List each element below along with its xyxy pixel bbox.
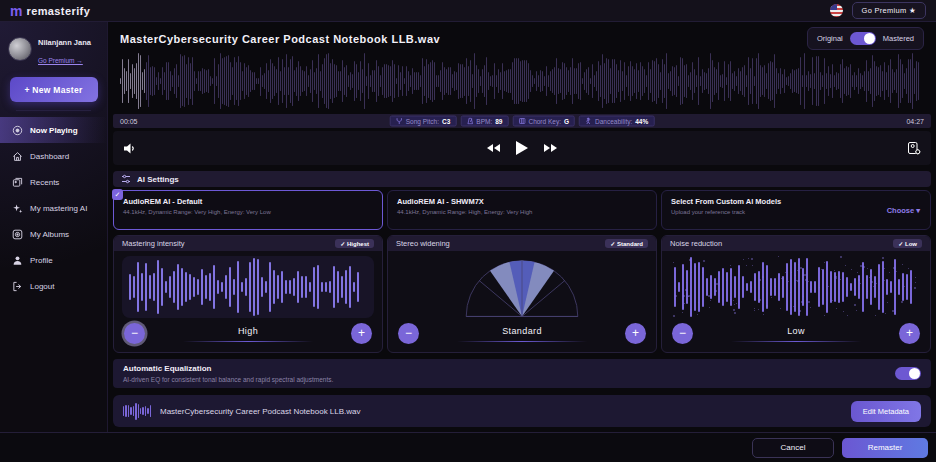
custom-model-name: Select From Custom AI Models <box>671 197 921 206</box>
file-row: MasterCybersecurity Career Podcast Noteb… <box>113 395 931 427</box>
model-checkbox[interactable]: ✓ <box>112 189 123 200</box>
user-name: Nilanjann Jana <box>38 38 91 47</box>
play-icon <box>516 141 528 155</box>
sidebar-item-label: Recents <box>30 178 59 187</box>
forward-button[interactable] <box>544 144 557 152</box>
dancer-icon <box>585 118 592 125</box>
output-settings-button[interactable] <box>907 141 921 155</box>
original-mastered-toggle[interactable]: Original Mastered <box>807 27 924 50</box>
waveform-display[interactable] <box>120 52 924 110</box>
bpm-badge: BPM:89 <box>460 116 508 127</box>
elapsed-time: 00:05 <box>120 118 138 125</box>
sidebar-item-label: Profile <box>30 256 53 265</box>
badge-label: Song Pitch: <box>406 118 439 125</box>
badge-label: BPM: <box>476 118 492 125</box>
choose-model-button[interactable]: Choose ▾ <box>887 206 920 215</box>
us-flag-icon[interactable] <box>830 4 843 17</box>
sidebar-item-dashboard[interactable]: Dashboard <box>0 143 107 169</box>
widening-decrease-button[interactable]: − <box>398 323 419 344</box>
track-info-badges: Song Pitch:C3 BPM:89 Chord Key:G Danceab… <box>390 116 655 127</box>
new-master-button[interactable]: + New Master <box>10 77 98 102</box>
model-desc: 44.1kHz, Dynamic Range: Very High, Energ… <box>123 209 373 215</box>
remaster-button[interactable]: Remaster <box>842 438 928 458</box>
avatar[interactable] <box>8 37 32 61</box>
panel-badge: ✓ Highest <box>335 239 374 248</box>
sidebar-divider <box>16 110 91 111</box>
stereo-widening-viz <box>396 256 648 318</box>
sidebar-item-my-mastering-ai[interactable]: My mastering AI <box>0 195 107 221</box>
topbar-right: Go Premium ★ <box>830 2 927 19</box>
timeline-bar[interactable]: 00:05 Song Pitch:C3 BPM:89 Chord Key:G D… <box>113 114 931 128</box>
app-logo[interactable]: m remasterify <box>10 4 90 18</box>
auto-eq-row: Automatic Equalization AI-driven EQ for … <box>113 359 931 388</box>
file-waveform-icon <box>123 401 151 421</box>
sidebar-item-profile[interactable]: Profile <box>0 247 107 273</box>
logout-icon <box>12 281 23 292</box>
logo-m-icon: m <box>10 4 22 18</box>
ai-model-card-default[interactable]: ✓ AudioREM AI - Default 44.1kHz, Dynamic… <box>113 190 383 230</box>
volume-button[interactable] <box>123 142 136 155</box>
profile-icon <box>12 255 23 266</box>
disc-icon <box>12 229 23 240</box>
topbar: m remasterify Go Premium ★ <box>0 0 936 22</box>
stereo-fan-icon <box>442 256 602 318</box>
chord-key-badge: Chord Key:G <box>512 116 575 127</box>
toggle-original-label: Original <box>817 34 843 43</box>
recents-icon <box>12 177 23 188</box>
widening-increase-button[interactable]: + <box>625 323 646 344</box>
sidebar-item-label: Dashboard <box>30 152 69 161</box>
stereo-widening-panel: Stereo widening ✓ Standard − Standard <box>387 235 657 353</box>
output-settings-icon <box>907 141 921 155</box>
rewind-button[interactable] <box>487 144 500 152</box>
song-pitch-badge: Song Pitch:C3 <box>390 116 457 127</box>
page-title: MasterCybersecurity Career Podcast Noteb… <box>120 33 440 45</box>
intensity-increase-button[interactable]: + <box>351 323 372 344</box>
noise-increase-button[interactable]: + <box>899 323 920 344</box>
sidebar-item-recents[interactable]: Recents <box>0 169 107 195</box>
model-name: AudioREM AI - Default <box>123 197 373 206</box>
ab-switch[interactable] <box>850 32 876 45</box>
edit-metadata-button[interactable]: Edit Metadata <box>851 401 921 422</box>
volume-icon <box>123 142 136 155</box>
model-desc: 44.1kHz, Dynamic Range: High, Energy: Ve… <box>397 209 647 215</box>
model-name: AudioREM AI - SHWM7X <box>397 197 647 206</box>
sidebar-item-label: My mastering AI <box>30 204 87 213</box>
duration-time: 04:27 <box>906 118 924 125</box>
noise-waveform <box>670 256 922 318</box>
filename: MasterCybersecurity Career Podcast Noteb… <box>160 407 361 416</box>
panel-badge: ✓ Standard <box>605 239 648 248</box>
user-profile[interactable]: Nilanjann Jana Go Premium → <box>0 22 107 73</box>
metronome-icon <box>466 118 473 125</box>
auto-eq-toggle[interactable] <box>895 367 921 380</box>
noise-decrease-button[interactable]: − <box>672 323 693 344</box>
ai-settings-icon <box>121 174 131 184</box>
panel-controls: − Standard + <box>388 318 656 352</box>
noise-reduction-panel: Noise reduction ✓ Low − Low + <box>661 235 931 353</box>
sidebar-item-label: Logout <box>30 282 54 291</box>
panel-header: Mastering intensity ✓ Highest <box>114 236 382 251</box>
toggle-mastered-label: Mastered <box>883 34 914 43</box>
ai-model-card-shwm7x[interactable]: AudioREM AI - SHWM7X 44.1kHz, Dynamic Ra… <box>387 190 657 230</box>
intensity-value: High <box>238 326 258 342</box>
badge-value: 89 <box>495 118 502 125</box>
custom-model-card[interactable]: Select From Custom AI Models Upload your… <box>661 190 931 230</box>
sidebar-item-logout[interactable]: Logout <box>0 273 107 299</box>
sparkles-icon <box>12 203 23 214</box>
transport-controls <box>487 141 557 155</box>
go-premium-link[interactable]: Go Premium → <box>38 57 83 64</box>
go-premium-button[interactable]: Go Premium ★ <box>852 2 927 19</box>
badge-label: Danceability: <box>595 118 632 125</box>
play-button[interactable] <box>516 141 528 155</box>
main-header: MasterCybersecurity Career Podcast Noteb… <box>120 27 924 50</box>
mastering-intensity-viz <box>122 256 374 318</box>
badge-value: G <box>564 118 569 125</box>
enhancement-panels: Mastering intensity ✓ Highest − High + S… <box>113 235 931 353</box>
intensity-decrease-button[interactable]: − <box>124 323 145 344</box>
sidebar-item-my-albums[interactable]: My Albums <box>0 221 107 247</box>
auto-eq-desc: AI-driven EQ for consistent tonal balanc… <box>123 376 333 383</box>
sidebar-item-now-playing[interactable]: Now Playing <box>0 117 107 143</box>
noise-reduction-viz <box>670 256 922 318</box>
cancel-button[interactable]: Cancel <box>752 438 834 458</box>
tuning-fork-icon <box>396 118 403 125</box>
badge-label: Chord Key: <box>528 118 561 125</box>
